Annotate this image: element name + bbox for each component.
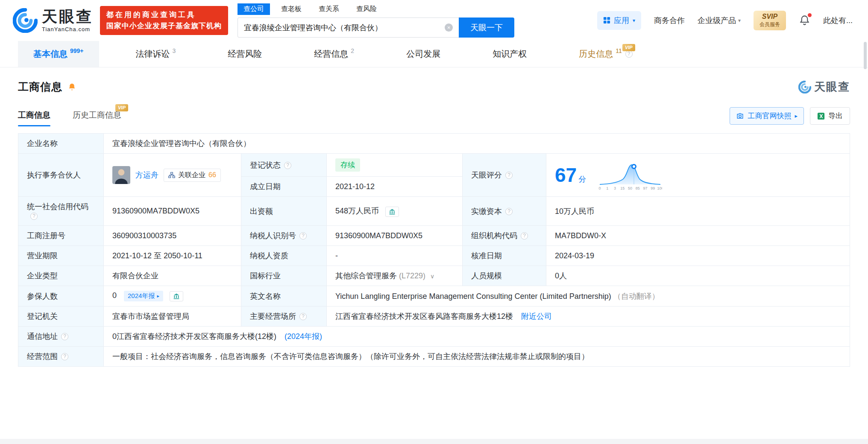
svg-text:100: 100 <box>657 186 663 190</box>
annual-report-link[interactable]: (2024年报) <box>284 332 322 341</box>
registration-authority-value: 宜春市市场监督管理局 <box>104 307 241 327</box>
tab-count: 3 <box>173 47 176 54</box>
status-badge: 存续 <box>335 158 360 172</box>
help-icon[interactable]: ? <box>61 353 68 360</box>
score-cell: 67分 0 1 <box>546 154 850 197</box>
tab-legal-proceedings[interactable]: 法律诉讼 3 <box>120 41 191 67</box>
slogan-line1: 都在用的商业查询工具 <box>106 9 222 20</box>
help-icon[interactable]: ? <box>284 162 291 169</box>
insured-detail-button[interactable] <box>170 291 183 301</box>
help-icon[interactable]: ? <box>61 333 68 340</box>
subscribe-bell-icon[interactable] <box>67 82 76 91</box>
brand-logo[interactable]: 天眼查 TianYanCha.com <box>13 8 93 33</box>
org-code-value: MA7BDDW0-X <box>546 226 850 246</box>
subsection-tabs-row: 工商信息 历史工商信息 VIP 工商官网快照 ▸ 导出 <box>18 107 850 126</box>
search-tab-relation[interactable]: 查关系 <box>313 3 345 15</box>
field-label: 企业类型 <box>18 266 104 286</box>
partner-name-link[interactable]: 方运舟 <box>135 170 158 180</box>
business-cooperation-link[interactable]: 商务合作 <box>654 15 685 26</box>
tab-basic-info[interactable]: 基本信息 999+ <box>18 41 99 67</box>
field-label: 执行事务合伙人 <box>18 154 104 197</box>
tab-label: 公司发展 <box>406 48 440 60</box>
tab-count: 999+ <box>70 47 84 54</box>
establish-date-value: 2021-10-12 <box>327 177 463 197</box>
field-label: 出资额 <box>241 197 327 226</box>
business-cooperation-label: 商务合作 <box>654 15 685 26</box>
industry-code: (L7229) <box>399 272 425 280</box>
apps-button[interactable]: 应用 ▾ <box>597 11 641 30</box>
help-icon[interactable]: ? <box>521 232 528 240</box>
search-tab-company[interactable]: 查公司 <box>238 3 270 15</box>
tab-label: 知识产权 <box>493 48 527 60</box>
tab-business-risk[interactable]: 经营风险 <box>212 41 277 67</box>
field-label: 登记状态? <box>241 154 327 177</box>
official-snapshot-button[interactable]: 工商官网快照 ▸ <box>730 107 804 125</box>
field-label: 纳税人资质 <box>241 246 327 266</box>
approval-date-value: 2024-03-19 <box>546 246 850 266</box>
capital-detail-button[interactable] <box>385 207 399 217</box>
vip-badge: VIP <box>115 104 128 111</box>
export-label: 导出 <box>828 111 843 121</box>
score-distribution-chart: 0 1 3 15 50 85 97 99 100 <box>598 159 662 191</box>
taxpayer-id-value: 91360900MA7BDDW0X5 <box>327 226 463 246</box>
brand-watermark-text: 天眼查 <box>814 79 850 94</box>
related-companies-badge[interactable]: 关联企业 66 <box>164 169 221 182</box>
help-icon[interactable]: ? <box>625 50 633 58</box>
tab-count: 2 <box>351 47 354 54</box>
help-icon[interactable]: ? <box>299 232 307 240</box>
subtab-label: 工商信息 <box>18 111 50 120</box>
tab-label: 经营风险 <box>228 48 262 60</box>
company-name-value: 宜春浪绫企业管理咨询中心（有限合伙） <box>104 134 850 154</box>
nearby-companies-link[interactable]: 附近公司 <box>521 312 552 321</box>
user-menu[interactable]: 此处有... <box>823 15 853 26</box>
section-title: 工商信息 <box>18 80 62 94</box>
insured-cell: 0 2024年报 ▸ <box>104 286 241 307</box>
search-tab-boss[interactable]: 查老板 <box>275 3 308 15</box>
help-icon[interactable]: ? <box>299 313 307 320</box>
partner-avatar[interactable] <box>112 166 130 184</box>
tab-label: 法律诉讼 <box>136 48 170 60</box>
company-type-value: 有限合伙企业 <box>104 266 241 286</box>
field-label: 纳税人识别号? <box>241 226 327 246</box>
excel-icon <box>817 112 825 120</box>
annual-report-badge[interactable]: 2024年报 ▸ <box>124 291 163 301</box>
clear-search-icon[interactable]: × <box>445 23 453 32</box>
registration-status-cell: 存续 <box>327 154 463 177</box>
related-companies-count: 66 <box>208 171 216 179</box>
field-label: 实缴资本? <box>463 197 546 226</box>
help-icon[interactable]: ? <box>30 213 38 220</box>
table-row: 登记机关 宜春市市场监督管理局 主要经营场所? 江西省宜春经济技术开发区春风路客… <box>18 307 850 327</box>
field-label: 企业名称 <box>18 134 104 154</box>
help-icon[interactable]: ? <box>505 172 513 179</box>
tab-count: 11 <box>616 47 622 54</box>
related-companies-label: 关联企业 <box>178 171 205 180</box>
apps-grid-icon <box>603 17 610 24</box>
svip-membership-badge[interactable]: SVIP 会员服务 <box>754 11 786 30</box>
tab-history-info[interactable]: VIP 历史信息 11 ? <box>563 41 663 67</box>
search-button[interactable]: 天眼一下 <box>459 18 514 38</box>
svg-text:1: 1 <box>606 186 608 190</box>
chevron-down-icon[interactable]: ∨ <box>430 273 434 280</box>
notification-bell-icon[interactable] <box>799 15 810 26</box>
help-icon[interactable]: ? <box>505 208 513 215</box>
search-input[interactable] <box>238 18 459 37</box>
table-row: 参保人数 0 2024年报 ▸ 英文名称 Yichun Langling Ent <box>18 286 850 307</box>
search-tab-risk[interactable]: 查风险 <box>350 3 383 15</box>
subtab-business-registration[interactable]: 工商信息 <box>18 110 50 126</box>
business-term-value: 2021-10-12 至 2050-10-11 <box>104 246 241 266</box>
export-button[interactable]: 导出 <box>810 107 850 125</box>
slogan-badge: 都在用的商业查询工具 国家中小企业发展子基金旗下机构 <box>100 6 228 35</box>
paid-capital-value: 10万人民币 <box>546 197 850 226</box>
table-row: 工商注册号 360900310003735 纳税人识别号? 91360900MA… <box>18 226 850 246</box>
svg-text:85: 85 <box>636 186 640 190</box>
svg-text:3: 3 <box>614 186 616 190</box>
tab-label: 历史信息 <box>579 48 613 60</box>
field-label: 国标行业 <box>241 266 327 286</box>
tab-intellectual-property[interactable]: 知识产权 <box>477 41 542 67</box>
subtab-history-business-registration[interactable]: 历史工商信息 VIP <box>73 110 121 126</box>
tab-company-development[interactable]: 公司发展 <box>391 41 456 67</box>
enterprise-products-link[interactable]: 企业级产品 ▾ <box>698 15 741 26</box>
tab-business-info[interactable]: 经营信息 2 <box>299 41 369 67</box>
company-section-tabs: 基本信息 999+ 法律诉讼 3 经营风险 经营信息 2 公司发展 知识产权 V… <box>0 41 868 67</box>
scrollbar-thumb[interactable] <box>864 42 867 69</box>
